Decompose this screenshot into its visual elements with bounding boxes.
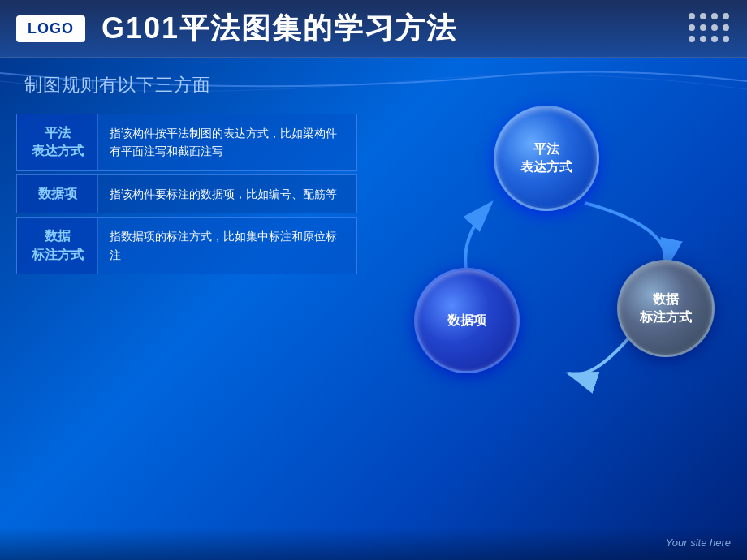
dot-8 xyxy=(723,24,729,31)
dot-7 xyxy=(711,24,718,31)
header-bar: LOGO G101平法图集的学习方法 xyxy=(0,0,747,58)
row3-desc: 指数据项的标注方式，比如集中标注和原位标注 xyxy=(98,218,356,274)
dot-9 xyxy=(689,36,695,42)
circle-pingfa: 平法表达方式 xyxy=(494,106,599,211)
circle-shujuxiang: 数据项 xyxy=(414,268,520,373)
row1-desc: 指该构件按平法制图的表达方式，比如梁构件有平面注写和截面注写 xyxy=(98,114,356,170)
title-bold: G101 xyxy=(101,11,179,45)
row3-label: 数据标注方式 xyxy=(17,218,98,274)
dot-11 xyxy=(711,36,718,42)
footer-site: Your site here xyxy=(666,536,731,549)
row2-label: 数据项 xyxy=(17,175,98,213)
dot-6 xyxy=(700,24,706,31)
dot-12 xyxy=(723,36,729,42)
dot-2 xyxy=(700,13,706,19)
circular-diagram: 平法表达方式 数据标注方式 数据项 xyxy=(374,97,723,406)
page-title: G101平法图集的学习方法 xyxy=(101,9,457,49)
dot-5 xyxy=(689,24,695,31)
dot-10 xyxy=(700,36,706,42)
dot-4 xyxy=(723,13,729,19)
section-subtitle: 制图规则有以下三方面 xyxy=(24,73,211,97)
logo: LOGO xyxy=(16,15,85,42)
table-row: 平法表达方式 指该构件按平法制图的表达方式，比如梁构件有平面注写和截面注写 xyxy=(16,114,357,171)
row1-label: 平法表达方式 xyxy=(17,114,98,170)
row2-desc: 指该构件要标注的数据项，比如编号、配筋等 xyxy=(98,175,356,213)
table-row: 数据标注方式 指数据项的标注方式，比如集中标注和原位标注 xyxy=(16,217,357,274)
info-table: 平法表达方式 指该构件按平法制图的表达方式，比如梁构件有平面注写和截面注写 数据… xyxy=(16,114,357,278)
dot-1 xyxy=(689,13,695,19)
decorative-dots xyxy=(689,13,731,44)
circle-biaozhufangshi: 数据标注方式 xyxy=(617,260,715,357)
table-row: 数据项 指该构件要标注的数据项，比如编号、配筋等 xyxy=(16,174,357,213)
dot-3 xyxy=(711,13,718,19)
title-rest: 平法图集的学习方法 xyxy=(179,11,457,45)
bottom-decoration xyxy=(0,528,747,560)
